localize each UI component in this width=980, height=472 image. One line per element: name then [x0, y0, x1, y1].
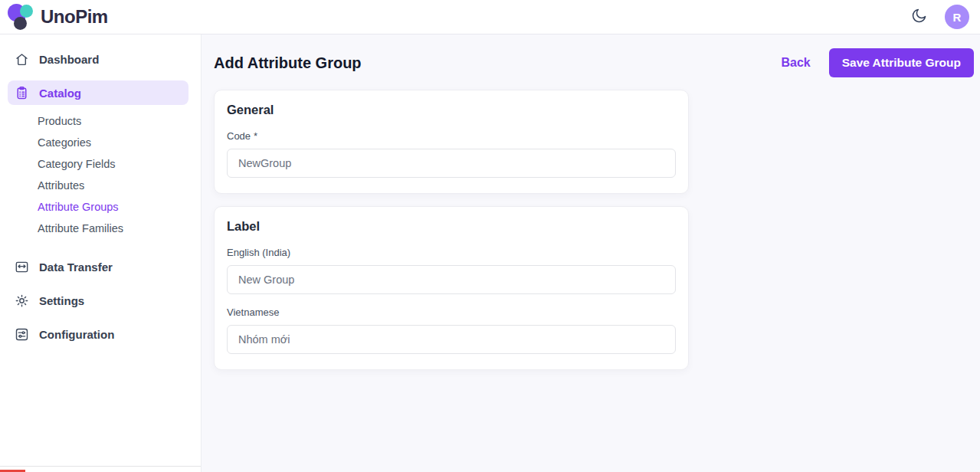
sidebar-item-dashboard[interactable]: Dashboard	[0, 48, 201, 70]
code-label: Code *	[227, 130, 676, 142]
sidebar-item-label: Catalog	[39, 87, 81, 100]
sidebar-item-attribute-groups[interactable]: Attribute Groups	[0, 196, 201, 218]
english-india-label: English (India)	[227, 247, 676, 258]
sidebar-footer-divider	[0, 466, 201, 467]
page-header: Add Attribute Group Back Save Attribute …	[214, 48, 974, 77]
theme-toggle-button[interactable]	[910, 7, 928, 27]
vietnamese-input[interactable]	[227, 325, 676, 354]
sidebar-item-catalog[interactable]: Catalog	[8, 80, 188, 105]
brand-name: UnoPim	[41, 6, 108, 28]
vietnamese-label: Vietnamese	[227, 306, 676, 318]
sidebar-item-categories[interactable]: Categories	[0, 132, 201, 153]
sidebar: Dashboard Catalog Products Categories Ca…	[0, 34, 202, 472]
general-card-title: General	[227, 103, 676, 117]
topbar-actions: R	[910, 5, 969, 29]
general-card: General Code *	[214, 90, 689, 194]
required-marker: *	[254, 130, 257, 142]
gear-icon	[14, 293, 30, 309]
home-icon	[14, 51, 30, 67]
sidebar-item-attribute-families[interactable]: Attribute Families	[0, 218, 201, 239]
label-card-title: Label	[227, 219, 676, 234]
sidebar-item-attributes[interactable]: Attributes	[0, 175, 201, 196]
sidebar-item-label: Data Transfer	[39, 261, 113, 274]
sidebar-item-label: Settings	[39, 294, 84, 307]
header-actions: Back Save Attribute Group	[781, 48, 974, 77]
sidebar-item-label: Configuration	[39, 328, 114, 341]
main-content: Add Attribute Group Back Save Attribute …	[202, 34, 980, 472]
data-transfer-icon	[14, 259, 30, 275]
brand-logo[interactable]: UnoPim	[8, 4, 108, 30]
sliders-icon	[14, 326, 30, 343]
sidebar-item-products[interactable]: Products	[0, 110, 201, 132]
code-field-group: Code *	[227, 130, 676, 178]
label-card: Label English (India) Vietnamese	[214, 206, 689, 370]
vietnamese-field-group: Vietnamese	[227, 306, 676, 354]
moon-icon	[910, 7, 928, 27]
sidebar-item-label: Dashboard	[39, 53, 99, 66]
sidebar-item-settings[interactable]: Settings	[0, 289, 201, 312]
sidebar-item-data-transfer[interactable]: Data Transfer	[0, 255, 201, 278]
save-attribute-group-button[interactable]: Save Attribute Group	[829, 48, 974, 77]
english-india-input[interactable]	[227, 265, 676, 294]
page-title: Add Attribute Group	[214, 54, 362, 72]
back-button[interactable]: Back	[781, 56, 810, 70]
user-avatar[interactable]: R	[945, 5, 969, 29]
code-input[interactable]	[227, 149, 676, 178]
sidebar-lower-group: Data Transfer Settings	[0, 255, 201, 346]
sidebar-item-configuration[interactable]: Configuration	[0, 323, 201, 346]
top-bar: UnoPim R	[0, 0, 980, 34]
clipboard-icon	[14, 85, 30, 101]
unopim-logo-icon	[8, 4, 34, 30]
sidebar-item-category-fields[interactable]: Category Fields	[0, 153, 201, 175]
english-india-field-group: English (India)	[227, 247, 676, 294]
catalog-submenu: Products Categories Category Fields Attr…	[0, 110, 201, 239]
